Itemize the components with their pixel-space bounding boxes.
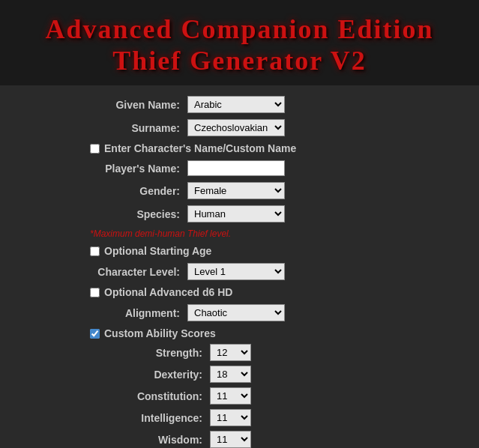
optional-d6-row: Optional Advanced d6 HD: [90, 286, 442, 298]
character-level-select[interactable]: Level 1 Level 2 Level 3 Level 4 Level 5: [187, 263, 285, 280]
optional-age-checkbox[interactable]: [90, 246, 100, 256]
constitution-row: Constitution: 3456789101112131415161718: [127, 387, 442, 405]
species-label: Species:: [90, 208, 187, 220]
optional-age-row: Optional Starting Age: [90, 245, 442, 257]
alignment-label: Alignment:: [90, 307, 187, 319]
optional-d6-label: Optional Advanced d6 HD: [104, 286, 232, 298]
surname-label: Surname:: [90, 122, 187, 134]
custom-ability-label: Custom Ability Scores: [104, 327, 216, 339]
dexterity-label: Dexterity:: [127, 369, 210, 381]
surname-select[interactable]: Czechoslovakian English French German It…: [187, 119, 285, 136]
intelligence-label: Intelligence:: [127, 412, 210, 424]
dexterity-select[interactable]: 3456789101112131415161718: [210, 366, 251, 383]
gender-label: Gender:: [90, 185, 187, 197]
wisdom-label: Wisdom:: [127, 434, 210, 446]
character-level-label: Character Level:: [90, 266, 187, 278]
character-level-row: Character Level: Level 1 Level 2 Level 3…: [90, 263, 442, 280]
constitution-select[interactable]: 3456789101112131415161718: [210, 387, 251, 405]
species-row: Species: Human Dwarf Elf Gnome Half-Elf …: [90, 205, 442, 223]
optional-d6-checkbox[interactable]: [90, 288, 100, 297]
optional-age-label: Optional Starting Age: [104, 245, 211, 257]
page-header: Advanced Companion Edition Thief Generat…: [0, 0, 479, 85]
species-note: *Maximum demi-human Thief level.: [90, 228, 442, 239]
custom-name-label: Enter Character's Name/Custom Name: [104, 142, 296, 154]
players-name-input[interactable]: [187, 160, 285, 176]
alignment-select[interactable]: Chaotic Neutral Lawful: [187, 304, 285, 321]
form-area: Given Name: Arabic Celtic English French…: [0, 85, 479, 448]
given-name-label: Given Name:: [90, 99, 187, 111]
custom-name-checkbox[interactable]: [90, 144, 100, 154]
surname-row: Surname: Czechoslovakian English French …: [90, 119, 442, 136]
alignment-row: Alignment: Chaotic Neutral Lawful: [90, 304, 442, 321]
title-line2: Thief Generator V2: [7, 45, 472, 76]
wisdom-select[interactable]: 3456789101112131415161718: [210, 431, 251, 448]
wisdom-row: Wisdom: 3456789101112131415161718: [127, 431, 442, 448]
constitution-label: Constitution:: [127, 390, 210, 402]
strength-select[interactable]: 3456789101112131415161718: [210, 344, 251, 361]
custom-name-row: Enter Character's Name/Custom Name: [90, 142, 442, 154]
strength-row: Strength: 3456789101112131415161718: [127, 344, 442, 361]
strength-label: Strength:: [127, 347, 210, 359]
custom-ability-row: Custom Ability Scores: [90, 327, 442, 339]
intelligence-row: Intelligence: 3456789101112131415161718: [127, 409, 442, 426]
ability-scores-section: Strength: 3456789101112131415161718 Dext…: [90, 344, 442, 448]
species-select[interactable]: Human Dwarf Elf Gnome Half-Elf Halfling …: [187, 205, 285, 223]
gender-select[interactable]: Female Male: [187, 182, 285, 199]
players-name-label: Player's Name:: [90, 163, 187, 175]
players-name-row: Player's Name:: [90, 160, 442, 176]
dexterity-row: Dexterity: 3456789101112131415161718: [127, 366, 442, 383]
custom-ability-checkbox[interactable]: [90, 329, 100, 339]
title-line1: Advanced Companion Edition: [7, 13, 472, 45]
gender-row: Gender: Female Male: [90, 182, 442, 199]
given-name-row: Given Name: Arabic Celtic English French…: [90, 96, 442, 113]
intelligence-select[interactable]: 3456789101112131415161718: [210, 409, 251, 426]
given-name-select[interactable]: Arabic Celtic English French German Gree…: [187, 96, 285, 113]
